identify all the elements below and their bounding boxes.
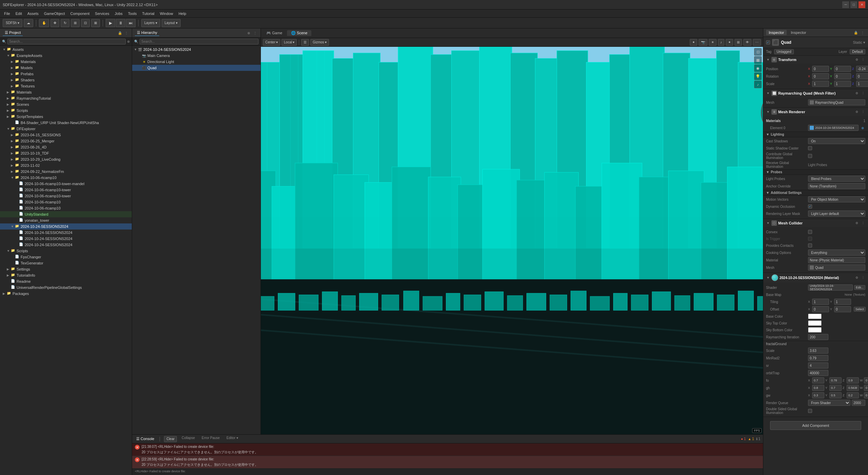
menu-help[interactable]: Help [176,11,189,16]
project-tab[interactable]: ☰ Project [3,30,23,36]
project-item[interactable]: ▶📁2023-08-26_4D [0,144,132,150]
project-item[interactable]: ▶📁Shaders [0,77,132,83]
gh-x[interactable] [812,385,824,391]
view-lights-icon[interactable]: 💡 [754,73,762,80]
hierarchy-add-btn[interactable]: ⊕ [246,30,251,36]
error-pause-btn[interactable]: Error Pause [200,436,222,442]
transform-tool[interactable]: ⊠ [91,19,100,27]
transform-more-btn[interactable]: ⋮ [861,57,865,62]
maximize-btn[interactable]: □ [850,1,857,8]
inspector-scroll[interactable]: ⬛ Quad Static ▾ Tag Untagged Layer Defau… [763,37,868,475]
light-probes-dropdown[interactable]: Blend Probes [808,176,865,182]
project-item[interactable]: ▶📁RaymarchingTutorial [0,95,132,101]
inspector-tab-1[interactable]: Inspector [766,30,787,35]
console-msg-1[interactable]: ✕ [22:28:59] <RLHide> Failed to create d… [132,456,763,469]
project-item[interactable]: 📄FpsChanger [0,254,132,260]
project-item[interactable]: ▼📁2024-10-24-SESSIONS2024 [0,223,132,230]
mc-settings-btn[interactable]: ⚙ [854,221,859,225]
sky-top-color-picker[interactable] [808,320,822,326]
menu-edit[interactable]: Edit [13,11,25,16]
hierarchy-item-maincamera[interactable]: 📷 Main Camera [132,53,261,59]
scene-grid-btn[interactable]: ⋯ [753,39,761,46]
menu-file[interactable]: File [1,11,13,16]
project-item[interactable]: 📄UnityStandard [0,211,132,217]
additional-settings-header[interactable]: ▼ Additional Settings [763,190,868,196]
menu-component[interactable]: Component [67,11,92,16]
mesh-value[interactable]: RaymarchingQuad [808,99,865,105]
mc-more-btn[interactable]: ⋮ [861,221,865,225]
anchor-override-value[interactable]: None (Transform) [808,183,865,189]
project-item[interactable]: 📄2024-10-06-rtcamp10-tower [0,187,132,193]
convex-checkbox[interactable] [808,230,812,234]
hierarchy-item-scene[interactable]: ▼ 🎬 2024-10-24-SESSIONS2024 [132,46,261,53]
console-tab[interactable]: ☰ Console [135,436,156,442]
contribute-gi-checkbox[interactable] [808,154,812,158]
offset-x[interactable] [812,306,829,312]
shader-edit-btn[interactable]: Edit... [854,285,865,290]
scale-y[interactable] [834,81,851,87]
rot-y[interactable] [834,73,851,79]
project-item[interactable]: 📄2024-10-06-rtcamp10 [0,205,132,211]
local-btn[interactable]: Local ▾ [282,39,297,46]
render-queue-source[interactable]: From Shader [808,400,850,406]
gh-y[interactable] [829,385,842,391]
gizmos-btn[interactable]: Gizmos ▾ [310,39,329,46]
center-btn[interactable]: Center ▾ [263,39,280,46]
double-gi-checkbox[interactable] [808,409,812,413]
inspector-tab-2[interactable]: Inspector [788,30,809,35]
menu-tutorial[interactable]: Tutorial [139,11,157,16]
layer-dropdown[interactable]: Default [850,49,865,54]
project-item[interactable]: ▶📁Packages [0,291,132,297]
cloud-btn[interactable]: ☁ [24,19,33,27]
offset-y[interactable] [834,306,851,312]
gh-w[interactable] [864,385,868,391]
view-wireframe-icon[interactable]: ▦ [754,56,762,64]
lighting-header[interactable]: ▼ Lighting [763,132,868,137]
tiling-x[interactable] [812,299,829,305]
project-item[interactable]: ▼📁Assets [0,46,132,53]
project-item[interactable]: ▶📁Textures [0,83,132,89]
step-btn[interactable]: ⏭ [126,19,136,27]
project-item[interactable]: ▶📁Materials [0,59,132,65]
project-item[interactable]: 📄TexGenerator [0,260,132,266]
scale-x[interactable] [812,81,829,87]
project-menu-btn[interactable]: ⋮ [124,30,129,36]
provides-contacts-checkbox[interactable] [808,243,812,248]
gw-y[interactable] [829,392,842,398]
hierarchy-menu-btn[interactable]: ⋮ [252,30,258,36]
rot-x[interactable] [812,73,829,79]
project-item[interactable]: ▶📁2024-09-22_NormalizeFm [0,169,132,175]
console-msg-0[interactable]: ✕ [21:38:07] <RLHide> Failed to create d… [132,443,763,456]
view-audio-icon[interactable]: ♪ [754,81,762,88]
project-search-input[interactable] [7,39,126,44]
collider-mesh-value[interactable]: Quad [808,264,865,271]
scene-hidden-btn[interactable]: 👁 [743,39,751,46]
scene-effects-btn[interactable]: ✦ [690,39,697,46]
gw-z[interactable] [847,392,859,398]
project-item[interactable]: ▶📁Prefabs [0,71,132,77]
gw-x[interactable] [812,392,824,398]
probes-header[interactable]: ▼ Probes [763,169,868,175]
scene-tab[interactable]: 🌐 Scene [287,30,311,36]
hierarchy-tab[interactable]: ☰ Hierarchy [135,30,159,36]
project-item[interactable]: 📄2024-10-06-rtcamp10-tower [0,193,132,199]
project-item[interactable]: 📄yonatan_tower [0,217,132,223]
hierarchy-item-light[interactable]: ☀ Directional Light [132,59,261,65]
fo-w[interactable] [864,377,868,383]
inspector-menu-btn[interactable]: ⋮ [860,30,865,35]
cooking-options-dropdown[interactable]: Everything [808,250,865,256]
project-item[interactable]: ▶📁Settings [0,266,132,272]
pause-btn[interactable]: ⏸ [116,19,125,27]
project-item[interactable]: 📄Readme [0,278,132,284]
project-item[interactable]: ▼📁DFExplorer [0,126,132,132]
close-btn[interactable]: ✕ [859,1,865,8]
layout-btn[interactable]: Layout ▾ [162,19,181,27]
layer-overrides-header[interactable]: ▼ 2024-10-24-SESSIONS2024 (Material) ⚙ ⋮ [763,273,868,282]
collapse-btn[interactable]: Collapse [180,436,197,442]
mesh-filter-settings-btn[interactable]: ⚙ [854,91,859,96]
context-btn[interactable]: SDFSh ▾ [3,19,22,27]
cast-shadows-dropdown[interactable]: On Off Two Sided [808,138,865,144]
pos-x[interactable] [812,66,829,72]
inspector-lock-btn[interactable]: 🔒 [853,30,859,35]
pos-y[interactable] [834,66,851,72]
